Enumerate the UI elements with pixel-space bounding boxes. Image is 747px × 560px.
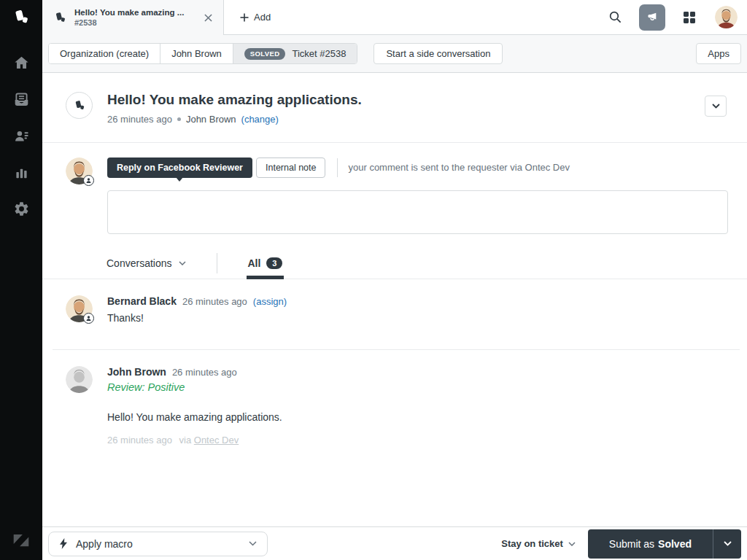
apply-macro-label: Apply macro <box>76 538 133 550</box>
message-author: John Brown <box>107 366 166 378</box>
ticket-tab-brand-icon <box>53 11 67 25</box>
ticket-title: Hello! You make amazing applications. <box>107 92 362 109</box>
conversation-filter-bar: Conversations All 3 <box>42 249 747 279</box>
assign-link[interactable]: (assign) <box>253 296 287 307</box>
footer-timestamp: 26 minutes ago <box>107 435 172 446</box>
message-content: Bernard Black 26 minutes ago (assign) Th… <box>107 295 287 324</box>
submit-status: Solved <box>658 538 692 550</box>
plus-icon <box>240 13 249 22</box>
conversation-count-badge: 3 <box>266 257 282 269</box>
search-button[interactable] <box>603 5 627 30</box>
channel-link[interactable]: Ontec Dev <box>194 435 239 446</box>
channel-brand-avatar <box>66 92 93 119</box>
change-requester-link[interactable]: (change) <box>241 114 279 125</box>
ticket-tab[interactable]: Hello! You make amazing ... #2538 <box>42 0 224 35</box>
agent-avatar <box>66 158 93 184</box>
ticket-header-text: Hello! You make amazing applications. 26… <box>107 92 362 125</box>
status-badge: SOLVED <box>244 48 286 60</box>
end-user-badge-icon <box>83 175 94 186</box>
sidebar-item-admin[interactable] <box>0 190 42 227</box>
chevron-down-icon <box>724 541 732 546</box>
ticket-toolbar: Organization (create) John Brown SOLVED … <box>42 35 747 73</box>
header-options-button[interactable] <box>705 96 727 117</box>
gear-icon <box>13 201 30 217</box>
zendesk-logo-icon <box>10 529 32 551</box>
sidebar-item-home[interactable] <box>0 44 42 81</box>
home-icon <box>13 55 30 71</box>
footer-via-label: via <box>179 435 192 446</box>
sidebar <box>0 0 42 560</box>
chevron-down-icon <box>249 541 257 546</box>
message-timestamp: 26 minutes ago <box>172 367 237 378</box>
app-window: Hello! You make amazing ... #2538 Add <box>0 0 747 560</box>
tab-all-conversations[interactable]: All 3 <box>248 248 283 279</box>
organization-button[interactable]: Organization (create) <box>49 44 160 63</box>
ticket-timestamp: 26 minutes ago <box>107 114 172 125</box>
chevron-down-icon <box>179 261 186 265</box>
ticket-footer: Apply macro Stay on ticket Submit as Sol… <box>42 526 747 560</box>
ticket-tab-subtitle: #2538 <box>74 18 193 27</box>
ticket-meta: 26 minutes ago John Brown (change) <box>107 114 362 125</box>
chevron-down-icon <box>712 104 720 109</box>
sidebar-item-views[interactable] <box>0 81 42 117</box>
submit-button-group: Submit as Solved <box>588 529 741 559</box>
ticket-tab-title: Hello! You make amazing ... <box>74 8 193 17</box>
ticket-requester: John Brown <box>186 114 236 125</box>
apps-button[interactable]: Apps <box>696 43 741 64</box>
message-body: Hello! You make amazing applications. <box>107 411 282 423</box>
requester-button[interactable]: John Brown <box>160 44 233 63</box>
stay-on-ticket-label: Stay on ticket <box>501 538 563 549</box>
divider <box>337 158 338 177</box>
search-icon <box>608 10 622 24</box>
apply-macro-select[interactable]: Apply macro <box>48 532 268 556</box>
ticket-tab-text: Hello! You make amazing ... #2538 <box>74 8 193 27</box>
composer-hint: your comment is sent to the requester vi… <box>348 162 569 173</box>
sidebar-item-reporting[interactable] <box>0 154 42 190</box>
dot-separator <box>177 117 181 121</box>
message-author: Bernard Black <box>107 295 177 307</box>
submit-options-button[interactable] <box>713 529 741 559</box>
message-body: Thanks! <box>107 312 287 324</box>
sidebar-item-customers[interactable] <box>0 117 42 154</box>
megaphone-icon <box>645 9 660 25</box>
conversations-app-button[interactable] <box>639 4 665 31</box>
tab-bar-right: Add <box>224 0 747 35</box>
side-conversation-button[interactable]: Start a side conversation <box>374 43 503 64</box>
review-status: Review: Positive <box>107 381 282 393</box>
composer-main: Reply on Facebook Reviewer Internal note… <box>107 158 728 234</box>
sidebar-nav <box>0 44 42 227</box>
add-tab-label: Add <box>254 12 271 23</box>
message-avatar <box>66 366 93 393</box>
comment-input[interactable] <box>107 190 728 234</box>
message-item: John Brown 26 minutes ago Review: Positi… <box>42 350 747 446</box>
ticket-button[interactable]: SOLVED Ticket #2538 <box>233 44 357 63</box>
message-content: John Brown 26 minutes ago Review: Positi… <box>107 366 282 446</box>
message-header: Bernard Black 26 minutes ago (assign) <box>107 295 287 307</box>
reply-channel-tab[interactable]: Reply on Facebook Reviewer <box>107 158 252 178</box>
add-tab-button[interactable]: Add <box>234 7 276 27</box>
composer-tabs: Reply on Facebook Reviewer Internal note… <box>107 158 728 178</box>
message-footer: 26 minutes ago via Ontec Dev <box>107 435 282 446</box>
reporting-icon <box>13 164 30 181</box>
ticket-content: Hello! You make amazing applications. 26… <box>42 73 747 526</box>
message-timestamp: 26 minutes ago <box>182 296 247 307</box>
brand-logo-icon <box>0 0 42 35</box>
chevron-down-icon <box>568 542 576 546</box>
composer: Reply on Facebook Reviewer Internal note… <box>42 143 747 234</box>
bolt-icon <box>59 538 68 549</box>
breadcrumb: Organization (create) John Brown SOLVED … <box>48 43 357 64</box>
conversations-dropdown[interactable]: Conversations <box>107 257 186 269</box>
divider <box>217 253 217 273</box>
tab-bar: Hello! You make amazing ... #2538 Add <box>42 0 747 35</box>
message-item: Bernard Black 26 minutes ago (assign) Th… <box>42 279 747 324</box>
user-avatar[interactable] <box>715 6 738 28</box>
close-tab-icon[interactable] <box>200 9 216 26</box>
ticket-number-label: Ticket #2538 <box>292 48 346 59</box>
stay-on-ticket-dropdown[interactable]: Stay on ticket <box>501 538 576 549</box>
views-icon <box>13 91 30 108</box>
apps-grid-button[interactable] <box>677 5 702 30</box>
submit-label: Submit as <box>609 538 654 550</box>
submit-button[interactable]: Submit as Solved <box>588 529 713 559</box>
message-avatar <box>66 295 93 322</box>
internal-note-tab[interactable]: Internal note <box>256 158 326 178</box>
